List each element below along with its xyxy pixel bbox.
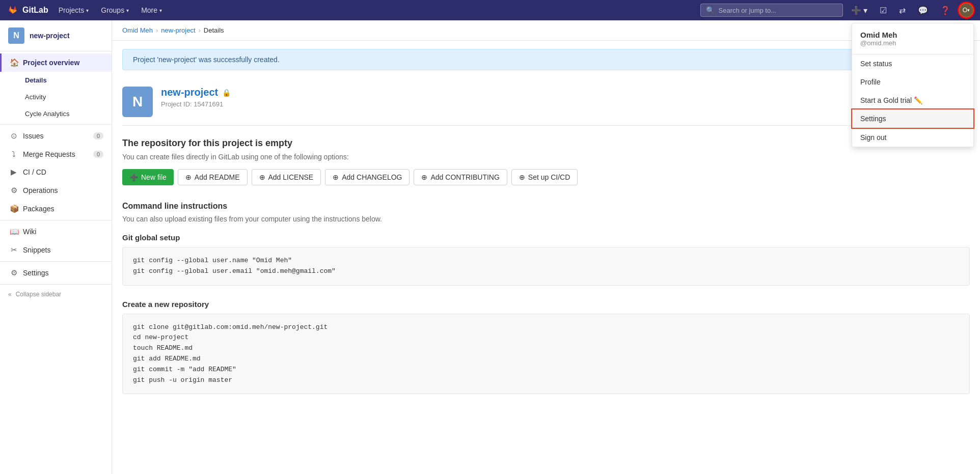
add-contributing-button[interactable]: ⊕ Add CONTRIBUTING xyxy=(414,169,507,185)
merge-requests-badge: 0 xyxy=(93,151,103,158)
sidebar-divider-1 xyxy=(0,124,112,125)
breadcrumb-project-link[interactable]: new-project xyxy=(161,26,195,34)
sidebar-wiki-label: Wiki xyxy=(23,228,36,236)
sidebar-item-issues[interactable]: ⊙ Issues 0 xyxy=(0,127,112,145)
sidebar-activity-label: Activity xyxy=(25,93,46,101)
sidebar-item-details[interactable]: Details xyxy=(0,72,112,89)
user-menu-container: O ▾ Omid Meh @omid.meh Set status Profil… xyxy=(959,3,974,18)
top-navbar: GitLab Projects Groups More 🔍 ➕ ▾ ☑ ⇄ 💬 … xyxy=(0,0,980,20)
sidebar-operations-label: Operations xyxy=(23,186,58,194)
gitlab-logo-link[interactable]: GitLab xyxy=(6,4,48,17)
git-setup-section: Git global setup git config --global use… xyxy=(122,233,970,286)
breadcrumb-user-link[interactable]: Omid Meh xyxy=(122,26,153,34)
sidebar-cycle-analytics-label: Cycle Analytics xyxy=(25,110,69,118)
license-plus-icon: ⊕ xyxy=(259,173,265,181)
gold-trial-item[interactable]: Start a Gold trial ✏️ xyxy=(852,91,973,109)
setup-cicd-label: Set up CI/CD xyxy=(528,173,570,181)
wiki-icon: 📖 xyxy=(10,227,18,236)
create-repo-section: Create a new repository git clone git@gi… xyxy=(122,300,970,395)
create-repo-title: Create a new repository xyxy=(122,300,970,309)
page-layout: N new-project 🏠 Project overview Details… xyxy=(0,20,980,474)
merge-requests-button[interactable]: ⇄ xyxy=(895,4,910,17)
project-header-avatar: N xyxy=(122,87,153,117)
sidebar-project-overview-label: Project overview xyxy=(23,59,79,67)
sidebar-nav: 🏠 Project overview Details Activity Cycl… xyxy=(0,51,112,284)
cicd-icon: ▶ xyxy=(10,168,18,177)
command-line-section: Command line instructions You can also u… xyxy=(122,202,970,394)
add-contributing-label: Add CONTRIBUTING xyxy=(430,173,499,181)
empty-repo-section: The repository for this project is empty… xyxy=(122,138,970,185)
sidebar-item-activity[interactable]: Activity xyxy=(0,89,112,105)
issues-badge: 0 xyxy=(93,132,103,140)
setup-cicd-button[interactable]: ⊕ Set up CI/CD xyxy=(511,169,578,185)
snippets-icon: ✂ xyxy=(10,245,18,255)
issues-icon: ⊙ xyxy=(10,131,18,141)
set-status-item[interactable]: Set status xyxy=(852,54,973,73)
add-readme-button[interactable]: ⊕ Add README xyxy=(178,169,248,185)
breadcrumb-sep-1: › xyxy=(156,26,158,34)
empty-repo-title: The repository for this project is empty xyxy=(122,138,970,149)
new-file-label: New file xyxy=(141,173,167,181)
sidebar-item-merge-requests[interactable]: ⤵ Merge Requests 0 xyxy=(0,145,112,163)
add-license-button[interactable]: ⊕ Add LICENSE xyxy=(252,169,321,185)
git-setup-code: git config --global user.name "Omid Meh"… xyxy=(122,247,970,286)
main-content: Omid Meh › new-project › Details Project… xyxy=(112,20,980,474)
sidebar-item-cicd[interactable]: ▶ CI / CD xyxy=(0,163,112,181)
projects-menu[interactable]: Projects xyxy=(55,4,93,16)
issues-button[interactable]: 💬 xyxy=(914,4,932,17)
project-header-info: new-project 🔒 Project ID: 15471691 xyxy=(161,87,883,108)
todo-button[interactable]: ☑ xyxy=(876,4,891,17)
lock-icon: 🔒 xyxy=(222,89,231,97)
profile-item[interactable]: Profile xyxy=(852,73,973,91)
sidebar-project-name: new-project xyxy=(30,32,70,40)
sidebar-item-packages[interactable]: 📦 Packages xyxy=(0,200,112,218)
add-changelog-button[interactable]: ⊕ Add CHANGELOG xyxy=(325,169,410,185)
home-icon: 🏠 xyxy=(10,58,18,67)
create-repo-code: git clone git@gitlab.com:omid.meh/new-pr… xyxy=(122,314,970,395)
merge-icon: ⤵ xyxy=(10,150,18,158)
groups-menu[interactable]: Groups xyxy=(97,4,133,16)
add-changelog-label: Add CHANGELOG xyxy=(342,173,402,181)
sidebar-divider-3 xyxy=(0,261,112,262)
packages-icon: 📦 xyxy=(10,204,18,213)
project-title-row: new-project 🔒 xyxy=(161,87,883,98)
collapse-sidebar-button[interactable]: « Collapse sidebar xyxy=(0,284,112,304)
content-area: N new-project 🔒 Project ID: 15471691 🔔 ▾… xyxy=(112,78,980,429)
project-header: N new-project 🔒 Project ID: 15471691 🔔 ▾… xyxy=(122,78,970,126)
project-title[interactable]: new-project xyxy=(161,87,218,98)
dropdown-handle: @omid.meh xyxy=(860,39,965,47)
cicd-plus-icon: ⊕ xyxy=(519,173,525,181)
git-setup-title: Git global setup xyxy=(122,233,970,242)
sidebar-divider-2 xyxy=(0,220,112,220)
sign-out-item[interactable]: Sign out xyxy=(852,128,973,147)
search-input[interactable] xyxy=(719,7,837,14)
collapse-label: Collapse sidebar xyxy=(16,291,61,298)
sidebar-project-header: N new-project xyxy=(0,20,112,51)
more-menu[interactable]: More xyxy=(137,4,166,16)
search-bar[interactable]: 🔍 xyxy=(700,4,843,17)
add-license-label: Add LICENSE xyxy=(268,173,314,181)
create-button[interactable]: ➕ ▾ xyxy=(847,4,872,17)
sidebar-snippets-label: Snippets xyxy=(23,246,50,254)
sidebar-details-label: Details xyxy=(25,76,47,84)
help-button[interactable]: ❓ xyxy=(936,4,955,17)
sidebar-item-wiki[interactable]: 📖 Wiki xyxy=(0,222,112,241)
sidebar-item-settings[interactable]: ⚙ Settings xyxy=(0,264,112,282)
sidebar-item-cycle-analytics[interactable]: Cycle Analytics xyxy=(0,105,112,122)
action-buttons: ➕ New file ⊕ Add README ⊕ Add LICENSE ⊕ … xyxy=(122,169,970,185)
sidebar-project-avatar: N xyxy=(8,27,24,44)
dropdown-user-info: Omid Meh @omid.meh xyxy=(852,23,973,54)
sidebar-item-operations[interactable]: ⚙ Operations xyxy=(0,181,112,200)
new-file-button[interactable]: ➕ New file xyxy=(122,169,174,185)
sidebar-cicd-label: CI / CD xyxy=(23,168,46,176)
brand-label: GitLab xyxy=(22,6,48,15)
readme-plus-icon: ⊕ xyxy=(185,173,192,181)
sidebar-item-snippets[interactable]: ✂ Snippets xyxy=(0,241,112,259)
contributing-plus-icon: ⊕ xyxy=(421,173,427,181)
settings-item[interactable]: Settings xyxy=(852,109,973,128)
breadcrumb-sep-2: › xyxy=(199,26,201,34)
empty-repo-desc: You can create files directly in GitLab … xyxy=(122,153,970,161)
user-avatar-button[interactable]: O ▾ xyxy=(959,3,974,18)
user-dropdown-menu: Omid Meh @omid.meh Set status Profile St… xyxy=(852,23,974,147)
sidebar-item-project-overview[interactable]: 🏠 Project overview xyxy=(0,53,112,72)
